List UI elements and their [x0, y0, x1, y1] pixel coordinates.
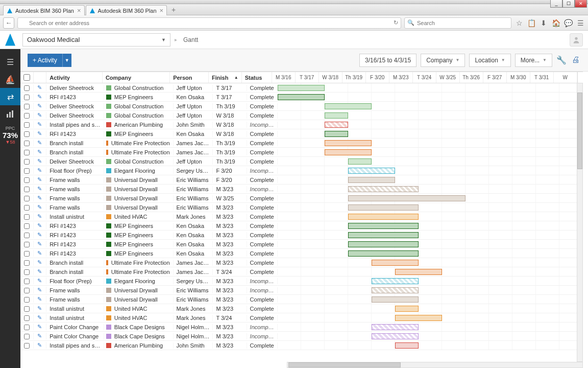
edit-row-button[interactable]: ✎	[34, 121, 47, 128]
gantt-bar[interactable]	[278, 94, 325, 100]
table-row[interactable]: ✎RFI #1423MEP EngineersKen OsakaT 3/17Co…	[20, 93, 583, 102]
menu-icon[interactable]: ☰	[576, 18, 585, 28]
search-input[interactable]	[404, 17, 511, 29]
edit-row-button[interactable]: ✎	[34, 222, 47, 229]
window-close[interactable]: ✕	[575, 0, 587, 8]
row-checkbox[interactable]	[20, 259, 34, 266]
rail-analytics-view[interactable]	[0, 105, 20, 123]
row-checkbox[interactable]	[20, 149, 34, 155]
gantt-bar[interactable]	[348, 250, 419, 257]
browser-tab[interactable]: Autodesk BIM 360 Plan ×	[3, 5, 85, 15]
gantt-bar[interactable]	[395, 315, 442, 321]
gantt-bar[interactable]	[325, 103, 372, 109]
reload-icon[interactable]: ↻	[394, 19, 398, 26]
edit-row-button[interactable]: ✎	[34, 250, 47, 257]
company-filter[interactable]: Company▼	[421, 54, 465, 67]
gantt-bar[interactable]	[395, 306, 419, 312]
row-checkbox[interactable]	[20, 287, 34, 293]
edit-row-button[interactable]: ✎	[34, 314, 47, 321]
rail-list-view[interactable]: ☰	[0, 53, 20, 71]
date-range-filter[interactable]: 3/16/15 to 4/3/15	[359, 54, 416, 67]
edit-row-button[interactable]: ✎	[34, 176, 47, 183]
header-company[interactable]: Company	[103, 72, 170, 83]
row-checkbox[interactable]	[20, 342, 34, 349]
edit-row-button[interactable]: ✎	[34, 103, 47, 109]
rail-swimlane-view[interactable]: ⛵	[0, 71, 20, 88]
table-row[interactable]: ✎RFI #1423MEP EngineersKen OsakaW 3/18Co…	[20, 129, 583, 139]
row-checkbox[interactable]	[20, 305, 34, 312]
table-row[interactable]: ✎Deliver SheetrockGlobal ConstructionJef…	[20, 83, 583, 93]
gantt-bar[interactable]	[348, 223, 419, 229]
row-checkbox[interactable]	[20, 195, 34, 201]
table-row[interactable]: ✎Float floor (Prep)Elegant FlooringSerge…	[20, 166, 583, 175]
edit-row-button[interactable]: ✎	[34, 112, 47, 119]
row-checkbox[interactable]	[20, 158, 34, 165]
row-checkbox[interactable]	[20, 167, 34, 174]
horizontal-scrollbar[interactable]	[287, 362, 583, 368]
table-row[interactable]: ✎Branch installUltimate Fire ProtectionJ…	[20, 258, 583, 267]
edit-row-button[interactable]: ✎	[34, 296, 47, 303]
row-checkbox[interactable]	[20, 84, 34, 91]
table-row[interactable]: ✎Deliver SheetrockGlobal ConstructionJef…	[20, 157, 583, 166]
row-checkbox[interactable]	[20, 250, 34, 257]
table-row[interactable]: ✎Paint Color ChangeBlack Cape DesignsNig…	[20, 323, 583, 332]
edit-row-button[interactable]: ✎	[34, 149, 47, 155]
table-row[interactable]: ✎RFI #1423MEP EngineersKen OsakaM 3/23Co…	[20, 221, 583, 231]
gantt-bar[interactable]	[325, 131, 348, 137]
header-finish[interactable]: Finish▲	[209, 72, 242, 83]
edit-row-button[interactable]: ✎	[34, 268, 47, 275]
table-row[interactable]: ✎RFI #1423MEP EngineersKen OsakaM 3/23Co…	[20, 249, 583, 258]
close-tab-icon[interactable]: ×	[160, 7, 164, 14]
table-row[interactable]: ✎Frame wallsUniversal DrywallEric Willia…	[20, 175, 583, 185]
edit-row-button[interactable]: ✎	[34, 167, 47, 174]
row-checkbox[interactable]	[20, 94, 34, 100]
gantt-bar[interactable]	[325, 149, 372, 155]
settings-icon[interactable]: 🔧	[556, 55, 567, 65]
gantt-bar[interactable]	[372, 287, 419, 293]
project-dropdown[interactable]: Oakwood Medical ▼	[22, 33, 170, 47]
gantt-bar[interactable]	[348, 241, 419, 247]
table-row[interactable]: ✎Frame wallsUniversal DrywallEric Willia…	[20, 185, 583, 194]
edit-row-button[interactable]: ✎	[34, 333, 47, 339]
table-row[interactable]: ✎Install unistrutUnited HVACMark JonesM …	[20, 212, 583, 221]
row-checkbox[interactable]	[20, 232, 34, 238]
address-input[interactable]	[17, 17, 401, 29]
gantt-bar[interactable]	[325, 122, 348, 128]
table-row[interactable]: ✎Install pipes and supportsAmerican Plum…	[20, 341, 583, 350]
row-checkbox[interactable]	[20, 121, 34, 128]
header-status[interactable]: Status	[242, 72, 272, 83]
table-row[interactable]: ✎Frame wallsUniversal DrywallEric Willia…	[20, 203, 583, 212]
table-row[interactable]: ✎Branch installUltimate Fire ProtectionJ…	[20, 139, 583, 148]
new-tab-button[interactable]: +	[168, 4, 179, 15]
table-row[interactable]: ✎Install unistrutUnited HVACMark JonesT …	[20, 313, 583, 323]
table-row[interactable]: ✎RFI #1423MEP EngineersKen OsakaM 3/23Co…	[20, 240, 583, 249]
row-checkbox[interactable]	[20, 213, 34, 220]
edit-row-button[interactable]: ✎	[34, 84, 47, 91]
gantt-bar[interactable]	[372, 296, 419, 303]
header-person[interactable]: Person	[170, 72, 209, 83]
row-checkbox[interactable]	[20, 112, 34, 119]
add-activity-button[interactable]: + Activity	[28, 54, 62, 67]
table-row[interactable]: ✎Paint Color ChangeBlack Cape DesignsNig…	[20, 332, 583, 341]
download-icon[interactable]: ⬇	[539, 18, 548, 28]
table-row[interactable]: ✎Deliver SheetrockGlobal ConstructionJef…	[20, 102, 583, 111]
gantt-bar[interactable]	[372, 324, 419, 330]
edit-row-button[interactable]: ✎	[34, 278, 47, 284]
header-checkbox[interactable]	[20, 72, 34, 83]
edit-row-button[interactable]: ✎	[34, 130, 47, 137]
browser-tab[interactable]: Autodesk BIM 360 Plan ×	[86, 5, 167, 15]
row-checkbox[interactable]	[20, 278, 34, 284]
edit-row-button[interactable]: ✎	[34, 94, 47, 100]
gantt-bar[interactable]	[348, 177, 395, 183]
gantt-bar[interactable]	[395, 269, 442, 275]
bookmark-icon[interactable]: ☆	[514, 18, 524, 28]
gantt-bar[interactable]	[325, 112, 348, 119]
edit-row-button[interactable]: ✎	[34, 259, 47, 266]
edit-row-button[interactable]: ✎	[34, 158, 47, 165]
row-checkbox[interactable]	[20, 140, 34, 146]
clipboard-icon[interactable]: 📋	[527, 18, 536, 28]
gantt-bar[interactable]	[348, 186, 419, 192]
row-checkbox[interactable]	[20, 296, 34, 303]
edit-row-button[interactable]: ✎	[34, 324, 47, 330]
row-checkbox[interactable]	[20, 130, 34, 137]
